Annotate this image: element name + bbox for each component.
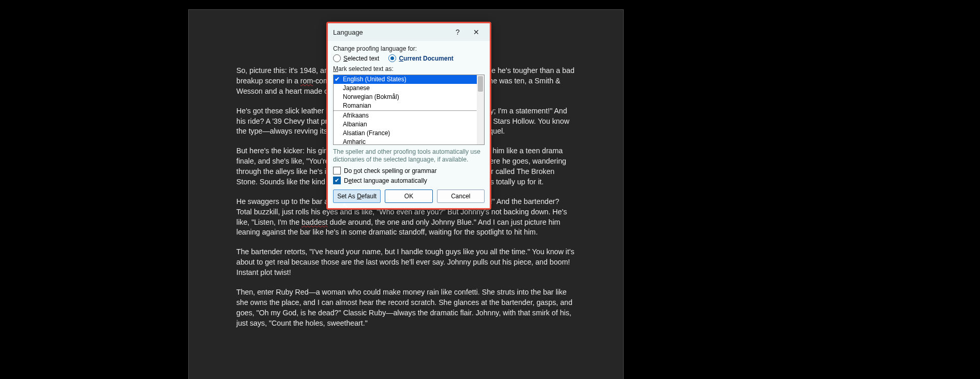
- listbox-scrollbar[interactable]: [477, 75, 484, 144]
- language-listbox[interactable]: ✔English (United States) Japanese Norweg…: [333, 75, 485, 145]
- radio-icon: [333, 54, 341, 62]
- dialog-title: Language: [333, 28, 448, 36]
- checkbox-label: Do not check spelling or grammar: [344, 167, 436, 174]
- ok-button[interactable]: OK: [385, 190, 432, 203]
- paragraph: The bartender retorts, "I've heard your …: [236, 247, 576, 278]
- radio-label: Selected text: [343, 55, 379, 62]
- dialog-titlebar[interactable]: Language ? ✕: [328, 23, 490, 41]
- dialog-body: Change proofing language for: Selected t…: [328, 41, 490, 208]
- radio-label: Current Document: [399, 55, 453, 62]
- language-item[interactable]: Afrikaans: [334, 111, 477, 120]
- help-button[interactable]: ?: [448, 25, 467, 39]
- cancel-button[interactable]: Cancel: [437, 190, 485, 203]
- checkbox-icon: ✔: [333, 177, 341, 184]
- checkbox-no-spellcheck[interactable]: Do not check spelling or grammar: [333, 167, 485, 174]
- mark-as-label: Mark selected text as:: [333, 65, 485, 72]
- scope-radio-group: Selected text Current Document: [333, 54, 485, 62]
- proofing-hint: The speller and other proofing tools aut…: [333, 148, 485, 164]
- checkbox-icon: [333, 167, 341, 174]
- set-as-default-button[interactable]: Set As Default: [333, 190, 381, 203]
- language-item[interactable]: Japanese: [334, 84, 477, 93]
- language-item-selected[interactable]: ✔English (United States): [334, 75, 477, 84]
- radio-current-document[interactable]: Current Document: [388, 54, 453, 62]
- paragraph: Then, enter Ruby Red—a woman who could m…: [236, 287, 576, 329]
- language-item[interactable]: Norwegian (Bokmål): [334, 93, 477, 101]
- language-item[interactable]: Amharic: [334, 138, 477, 145]
- checkbox-label: Detect language automatically: [344, 177, 427, 184]
- language-item[interactable]: Alsatian (France): [334, 129, 477, 138]
- check-icon: ✔: [335, 76, 340, 83]
- language-dialog: Language ? ✕ Change proofing language fo…: [326, 22, 491, 210]
- change-proofing-label: Change proofing language for:: [333, 45, 485, 52]
- radio-icon: [388, 54, 396, 62]
- scrollbar-thumb[interactable]: [478, 76, 483, 92]
- checkbox-detect-language[interactable]: ✔ Detect language automatically: [333, 177, 485, 184]
- language-item[interactable]: Romanian: [334, 101, 477, 110]
- language-item[interactable]: Albanian: [334, 120, 477, 129]
- dialog-button-row: Set As Default OK Cancel: [333, 190, 485, 203]
- radio-selected-text[interactable]: Selected text: [333, 54, 379, 62]
- close-button[interactable]: ✕: [467, 25, 486, 39]
